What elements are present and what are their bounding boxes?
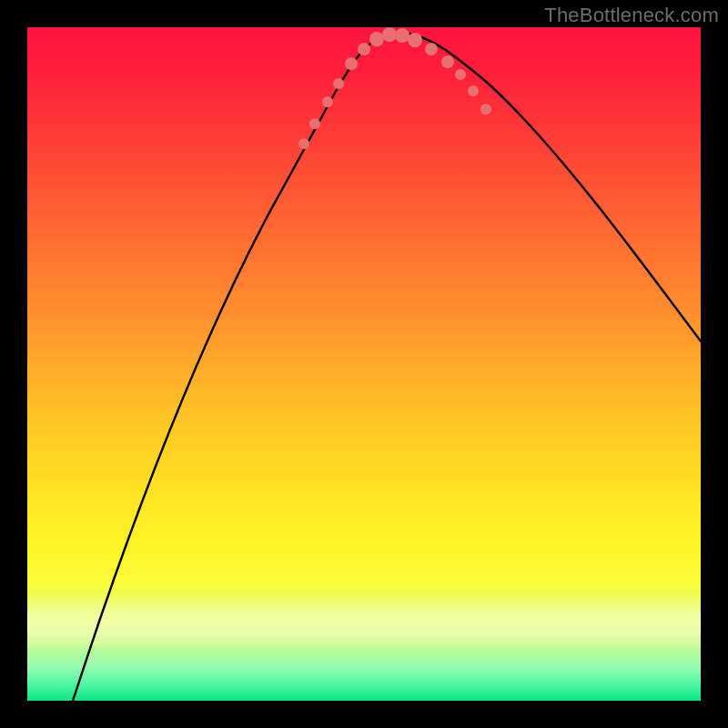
highlight-band: [27, 592, 701, 652]
data-point: [441, 56, 454, 68]
data-point: [455, 69, 466, 80]
chart-svg: [27, 27, 701, 701]
data-point: [480, 104, 491, 115]
data-point: [309, 118, 320, 129]
data-point: [468, 86, 479, 96]
data-point: [322, 96, 333, 107]
watermark-text: TheBottleneck.com: [544, 4, 719, 27]
data-point: [298, 138, 309, 149]
data-point: [345, 57, 358, 70]
data-point: [369, 32, 384, 46]
data-point: [408, 33, 422, 47]
data-point: [333, 78, 344, 89]
data-point: [395, 28, 410, 43]
data-point: [358, 43, 370, 56]
data-point: [382, 27, 397, 42]
bottleneck-curve: [73, 33, 701, 701]
data-point: [425, 43, 438, 56]
data-point-group: [298, 27, 491, 149]
chart-area: [27, 27, 701, 701]
